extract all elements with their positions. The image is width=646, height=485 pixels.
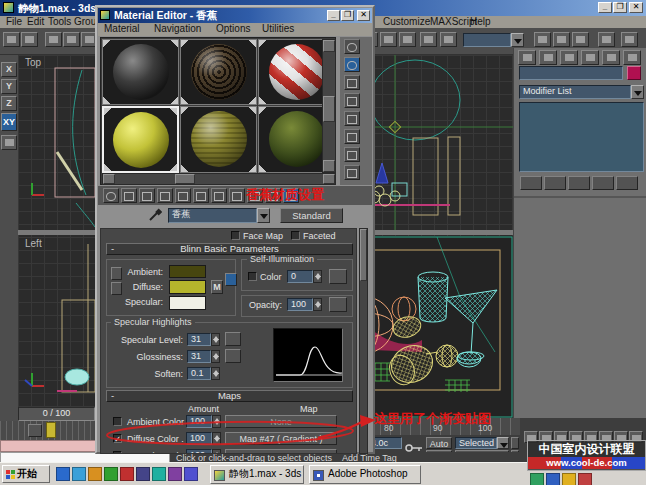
object-name-field[interactable] xyxy=(519,66,623,80)
menu-edit[interactable]: Edit xyxy=(27,16,44,27)
specular-level-field[interactable]: 31 xyxy=(187,333,211,346)
quick-launch-icon-1[interactable] xyxy=(56,467,70,481)
diffuse-map-amount-field[interactable]: 100 xyxy=(186,432,212,445)
remove-modifier-button[interactable] xyxy=(592,176,614,190)
quick-launch-icon-3[interactable] xyxy=(88,467,102,481)
lock-color-icon[interactable] xyxy=(225,273,237,286)
modifier-list-dropdown[interactable]: Modifier List xyxy=(519,85,631,99)
self-illum-map-button[interactable] xyxy=(329,269,347,284)
sample-type-icon[interactable] xyxy=(344,39,360,54)
snap-toggle-icon[interactable] xyxy=(1,135,17,150)
quick-launch-icon-2[interactable] xyxy=(72,467,86,481)
video-color-check-icon[interactable] xyxy=(344,111,360,126)
glossiness-map-button[interactable] xyxy=(225,349,241,363)
unlink-selection-icon[interactable] xyxy=(63,32,80,47)
make-preview-icon[interactable] xyxy=(344,129,360,144)
pick-material-eyedropper-icon[interactable] xyxy=(148,208,162,222)
material-slot-2[interactable] xyxy=(180,39,257,105)
me-minimize-button[interactable]: _ xyxy=(327,10,340,21)
material-editor-icon[interactable] xyxy=(534,32,551,47)
track-bar-left[interactable] xyxy=(0,421,95,440)
named-selection-arrow-icon[interactable] xyxy=(511,33,524,47)
faceted-checkbox[interactable] xyxy=(291,231,300,240)
slots-scroll-left-icon[interactable] xyxy=(103,174,115,184)
task-button-3dsmax[interactable]: 静物1.max - 3ds m... xyxy=(210,465,304,484)
restore-button[interactable]: ❐ xyxy=(613,2,627,13)
close-button[interactable]: ✕ xyxy=(629,2,643,13)
restrict-xy-plane-button[interactable]: XY xyxy=(1,113,17,131)
systray-icon-2[interactable] xyxy=(546,473,560,485)
material-slot-4-selected[interactable] xyxy=(102,106,179,173)
soften-field[interactable]: 0.1 xyxy=(187,367,211,380)
background-icon[interactable] xyxy=(344,75,360,90)
object-color-swatch[interactable] xyxy=(627,66,641,80)
material-editor-title-bar[interactable]: Material Editor - 香蕉 _ ❐ ✕ xyxy=(98,8,372,23)
modifier-stack-list[interactable] xyxy=(519,102,644,172)
slots-horizontal-scrollbar[interactable] xyxy=(102,173,336,185)
slots-scrollbar-thumb[interactable] xyxy=(323,96,335,122)
me-menu-utilities[interactable]: Utilities xyxy=(262,23,294,34)
systray-icon-1[interactable] xyxy=(530,473,544,485)
align-icon[interactable] xyxy=(380,32,397,47)
quick-launch-icon-9[interactable] xyxy=(184,467,198,481)
render-last-icon[interactable] xyxy=(598,32,615,47)
select-and-link-icon[interactable] xyxy=(45,32,62,47)
schematic-view-icon[interactable] xyxy=(440,32,457,47)
auto-key-button[interactable]: Auto xyxy=(426,437,452,449)
menu-customize[interactable]: Customize xyxy=(383,16,430,27)
material-name-field[interactable]: 香蕉 xyxy=(168,208,257,223)
put-material-to-scene-icon[interactable] xyxy=(121,188,137,203)
ambient-color-map-checkbox[interactable] xyxy=(113,417,122,426)
tab-motion-icon[interactable] xyxy=(581,50,599,65)
diffuse-map-shortcut-button[interactable]: M xyxy=(211,280,223,294)
track-frame-button[interactable] xyxy=(28,424,42,437)
params-scrollbar-thumb[interactable] xyxy=(360,229,367,281)
tab-modify-icon[interactable] xyxy=(539,50,557,65)
redo-icon[interactable] xyxy=(21,32,38,47)
specular-color-swatch[interactable] xyxy=(169,296,206,310)
specular-map-amount-spinner[interactable] xyxy=(212,449,221,454)
make-material-copy-icon[interactable] xyxy=(175,188,191,203)
specular-color-map-checkbox[interactable] xyxy=(113,451,122,454)
sample-uv-tiling-icon[interactable] xyxy=(344,93,360,108)
blinn-rollout-header[interactable]: - Blinn Basic Parameters xyxy=(106,243,353,255)
opacity-value-field[interactable]: 100 xyxy=(287,298,313,311)
glossiness-field[interactable]: 31 xyxy=(187,350,211,363)
go-to-start-icon[interactable] xyxy=(511,437,519,449)
slots-vertical-scrollbar[interactable] xyxy=(322,39,336,173)
time-slider[interactable]: 0 / 100 xyxy=(18,407,95,421)
material-type-button[interactable]: Standard xyxy=(280,208,343,223)
task-button-photoshop[interactable]: Adobe Photoshop xyxy=(309,465,421,484)
selected-filter-arrow-icon[interactable] xyxy=(497,437,509,449)
material-options-icon[interactable] xyxy=(344,147,360,162)
specular-map-button[interactable]: None xyxy=(225,449,337,454)
quick-launch-icon-8[interactable] xyxy=(168,467,182,481)
params-scrollbar[interactable] xyxy=(359,228,368,454)
configure-modifier-sets-button[interactable] xyxy=(616,176,638,190)
selected-filter-dropdown[interactable]: Selected xyxy=(455,437,497,449)
maps-rollout-header[interactable]: - Maps xyxy=(106,390,353,402)
tab-display-icon[interactable] xyxy=(602,50,620,65)
time-slider-handle[interactable] xyxy=(46,422,56,438)
specular-map-amount-field[interactable]: 100 xyxy=(186,449,212,454)
quick-launch-icon-6[interactable] xyxy=(136,467,150,481)
me-menu-material[interactable]: Material xyxy=(104,23,140,34)
menu-tools[interactable]: Tools xyxy=(48,16,71,27)
show-end-result-button[interactable] xyxy=(544,176,566,190)
tab-utilities-icon[interactable] xyxy=(623,50,641,65)
material-slot-5[interactable] xyxy=(180,106,257,173)
get-material-icon[interactable] xyxy=(103,188,119,203)
show-end-result-icon[interactable] xyxy=(229,188,245,203)
layer-manager-icon[interactable] xyxy=(399,32,416,47)
curve-editor-icon[interactable] xyxy=(420,32,437,47)
systray-icon-3[interactable] xyxy=(562,473,576,485)
diffuse-color-map-checkbox[interactable]: ✓ xyxy=(113,434,122,443)
systray-icon-4[interactable] xyxy=(578,473,592,485)
render-type-icon[interactable] xyxy=(572,32,589,47)
reset-map-icon[interactable] xyxy=(157,188,173,203)
opacity-map-button[interactable] xyxy=(329,297,347,312)
self-illum-value-field[interactable]: 0 xyxy=(287,270,313,283)
start-button[interactable]: 开始 xyxy=(2,465,50,483)
slots-scroll-right-icon[interactable] xyxy=(323,174,335,184)
put-to-library-icon[interactable] xyxy=(193,188,209,203)
